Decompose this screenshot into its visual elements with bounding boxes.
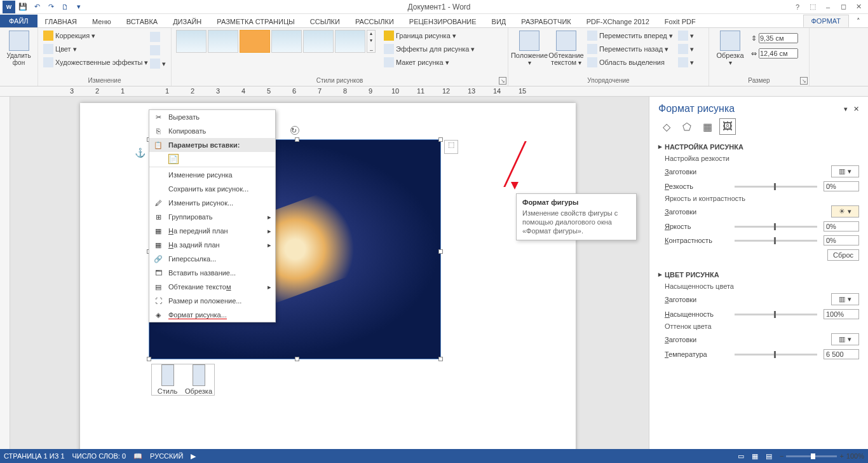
picture-border-button[interactable]: Граница рисунка▾ <box>383 29 476 42</box>
tab-view[interactable]: ВИД <box>484 16 514 27</box>
layout-options-button[interactable]: ⬚ <box>444 140 458 154</box>
tab-menu[interactable]: Меню <box>85 16 119 27</box>
brightness-input[interactable] <box>824 221 859 232</box>
ctx-wrap-text[interactable]: ▤Обтекание текстом▸ <box>149 280 275 294</box>
macro-icon[interactable]: ▶ <box>191 452 196 460</box>
ctx-cut[interactable]: ✂Вырезать <box>149 110 275 124</box>
rotate-button[interactable]: ▾ <box>677 56 695 69</box>
ctx-paste-option[interactable]: 📄 <box>149 152 275 166</box>
rotate-handle[interactable]: ↻ <box>290 126 299 135</box>
redo-button[interactable]: ↷ <box>44 1 57 13</box>
resize-handle[interactable] <box>438 357 443 361</box>
temperature-input[interactable] <box>824 349 859 359</box>
brightness-slider[interactable] <box>735 226 817 228</box>
language-status[interactable]: РУССКИЙ <box>150 452 183 460</box>
compress-button[interactable] <box>149 31 161 43</box>
temperature-slider[interactable] <box>735 354 817 356</box>
change-pic-button[interactable] <box>149 44 161 57</box>
group-button[interactable]: ▾ <box>677 43 695 55</box>
gallery-up-icon[interactable]: ▴ <box>367 31 375 38</box>
document-canvas[interactable]: ⚓ ↻ ⬚ ✂Вырезать ⎘Копировать 📋Параметры в… <box>10 97 649 453</box>
resize-handle[interactable] <box>147 357 151 361</box>
color-button[interactable]: Цвет▾ <box>42 43 78 55</box>
contrast-slider[interactable] <box>735 240 817 242</box>
tab-insert[interactable]: ВСТАВКА <box>119 16 165 27</box>
ctx-send-back[interactable]: ▦На задний план▸ <box>149 238 275 252</box>
sat-presets-combo[interactable]: ▥ ▾ <box>831 293 859 305</box>
gallery-more-icon[interactable]: ⎯ <box>367 45 375 52</box>
pane-menu-icon[interactable]: ▾ <box>844 105 848 113</box>
style-thumb[interactable] <box>271 30 302 53</box>
zoom-out-button[interactable]: − <box>780 452 783 460</box>
help-button[interactable]: ? <box>790 1 804 13</box>
remove-background-button[interactable]: Удалить фон <box>4 29 34 67</box>
gallery-down-icon[interactable]: ▾ <box>367 38 375 45</box>
view-print-icon[interactable]: ▦ <box>752 452 758 460</box>
ctx-size-position[interactable]: ⛶Размер и положение... <box>149 294 275 308</box>
layout-tab-icon[interactable]: ▦ <box>699 118 715 135</box>
picture-styles-gallery[interactable]: ▴ ▾ ⎯ <box>175 29 376 53</box>
style-thumb[interactable] <box>176 30 207 53</box>
ctx-save-as-picture[interactable]: Сохранить как рисунок... <box>149 182 275 196</box>
selection-pane-button[interactable]: Область выделения <box>586 56 674 69</box>
ctx-edit-picture[interactable]: 🖉Изменить рисунок... <box>149 196 275 210</box>
picture-layout-button[interactable]: Макет рисунка▾ <box>383 56 476 69</box>
corrections-button[interactable]: Коррекция▾ <box>42 29 97 42</box>
zoom-slider[interactable] <box>786 455 837 457</box>
tab-references[interactable]: ССЫЛКИ <box>302 16 348 27</box>
qat-more-icon[interactable]: ▾ <box>72 1 85 13</box>
tab-mailings[interactable]: РАССЫЛКИ <box>348 16 402 27</box>
picture-tab-icon[interactable]: 🖼 <box>719 118 736 135</box>
word-icon[interactable]: W <box>3 1 15 13</box>
view-read-icon[interactable]: ▭ <box>738 452 744 460</box>
style-thumb[interactable] <box>208 30 238 53</box>
section-picture-color[interactable]: ▸ЦВЕТ РИСУНКА <box>658 268 859 281</box>
tone-presets-combo[interactable]: ▥ ▾ <box>831 333 859 345</box>
resize-handle[interactable] <box>295 137 299 142</box>
ctx-hyperlink[interactable]: 🔗Гиперссылка... <box>149 252 275 266</box>
tab-developer[interactable]: РАЗРАБОТЧИК <box>513 16 578 27</box>
ctx-bring-front[interactable]: ▦На передний план▸ <box>149 224 275 238</box>
ctx-insert-caption[interactable]: 🗔Вставить название... <box>149 266 275 280</box>
minimize-button[interactable]: – <box>821 1 835 13</box>
tab-file[interactable]: ФАЙЛ <box>0 15 37 27</box>
contrast-input[interactable] <box>824 235 859 245</box>
undo-button[interactable]: ↶ <box>31 1 43 13</box>
word-count[interactable]: ЧИСЛО СЛОВ: 0 <box>72 452 126 460</box>
sharp-presets-combo[interactable]: ▥ ▾ <box>831 165 859 177</box>
crop-button[interactable]: Обрезка ▾ <box>713 29 747 67</box>
resize-handle[interactable] <box>438 249 443 254</box>
tab-pdfxchange[interactable]: PDF-XChange 2012 <box>579 16 657 27</box>
width-input[interactable] <box>759 48 798 59</box>
style-thumb-selected[interactable] <box>240 30 270 53</box>
bring-forward-button[interactable]: Переместить вперед▾ <box>586 29 674 42</box>
wrap-text-button[interactable]: Обтекание текстом ▾ <box>549 29 583 67</box>
save-button[interactable]: 💾 <box>17 1 29 13</box>
ctx-format-picture[interactable]: ◈Формат рисунка... <box>149 308 275 322</box>
maximize-button[interactable]: ◻ <box>836 1 850 13</box>
zoom-in-button[interactable]: + <box>839 452 843 460</box>
saturation-input[interactable] <box>824 309 859 319</box>
ctx-copy[interactable]: ⎘Копировать <box>149 124 275 138</box>
align-button[interactable]: ▾ <box>677 29 695 42</box>
reset-button[interactable]: Сброс <box>827 249 859 261</box>
tab-design[interactable]: ДИЗАЙН <box>165 16 209 27</box>
sharpness-input[interactable] <box>824 181 859 191</box>
view-web-icon[interactable]: ▤ <box>766 452 772 460</box>
saturation-slider[interactable] <box>735 314 817 315</box>
tab-foxit[interactable]: Foxit PDF <box>657 16 703 27</box>
section-picture-corrections[interactable]: ▸НАСТРОЙКА РИСУНКА <box>658 140 859 153</box>
picture-effects-button[interactable]: Эффекты для рисунка▾ <box>383 43 476 55</box>
paste-opt-icon[interactable]: 📄 <box>168 154 179 164</box>
tab-collapse-icon[interactable]: ˄ <box>849 15 868 27</box>
mini-style-button[interactable]: Стиль <box>152 364 183 395</box>
ribbon-opts-button[interactable]: ⬚ <box>806 1 820 13</box>
sharpness-slider[interactable] <box>735 186 817 188</box>
mini-crop-button[interactable]: Обрезка <box>183 364 214 395</box>
send-backward-button[interactable]: Переместить назад▾ <box>586 43 674 55</box>
reset-pic-button[interactable]: ▾ <box>149 57 167 70</box>
style-thumb[interactable] <box>335 30 365 53</box>
close-button[interactable]: ✕ <box>851 1 865 13</box>
resize-handle[interactable] <box>438 137 443 142</box>
styles-dialog-launcher[interactable]: ↘ <box>499 77 506 85</box>
